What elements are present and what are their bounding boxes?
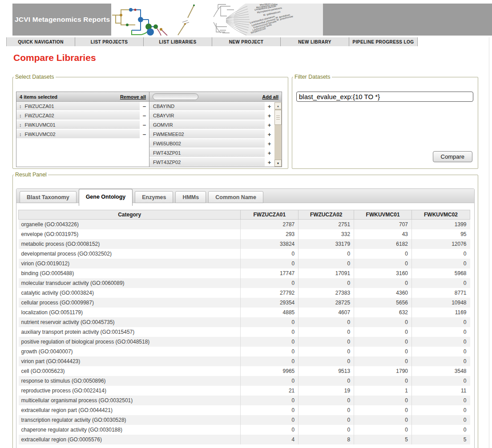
- dataset-name: CBAYVIR: [153, 113, 174, 118]
- add-dataset-icon[interactable]: +: [265, 120, 274, 130]
- available-datasets-list: Add all CBAYIND+CBAYVIR+GOMVIR+FWMEMEE02…: [149, 92, 282, 167]
- filter-query-input[interactable]: [296, 92, 473, 102]
- tab-gene-ontology[interactable]: Gene Ontology: [79, 189, 133, 206]
- value-cell: 0: [241, 347, 298, 356]
- selected-list-header: 4 items selected Remove all: [16, 92, 149, 102]
- table-row: extracellular region (GO:0005576)4855: [19, 435, 470, 444]
- available-dataset-row: GOMVIR+: [149, 120, 274, 130]
- value-cell: 29354: [241, 298, 298, 308]
- add-all-link[interactable]: Add all: [262, 94, 278, 100]
- drag-handle-icon[interactable]: ↕: [19, 132, 22, 137]
- available-dataset-stripe: FW65UB002: [149, 139, 265, 148]
- phylogenetic-tree-image: Mycoplasma pulmonisMycoplasma mobileUrea…: [111, 4, 323, 36]
- value-cell: 21: [241, 386, 298, 396]
- value-cell: 0: [298, 415, 354, 425]
- dataset-search-input[interactable]: [153, 93, 198, 100]
- category-cell: localization (GO:0051179): [19, 308, 241, 317]
- value-cell: 0: [354, 278, 412, 288]
- value-cell: 0: [412, 278, 470, 288]
- add-dataset-icon[interactable]: +: [265, 111, 274, 120]
- drag-handle-icon[interactable]: ↕: [19, 122, 22, 128]
- compare-button[interactable]: Compare: [433, 151, 472, 162]
- selected-rows: ↕FWZUCZA01−↕FWZUCZA02−↕FWKUVMC01−↕FWKUVM…: [16, 102, 149, 139]
- column-header-fwkuvmc01: FWKUVMC01: [354, 210, 412, 220]
- value-cell: 0: [298, 278, 354, 288]
- value-cell: 0: [241, 415, 298, 425]
- table-row: growth (GO:0040007)0000: [19, 347, 470, 356]
- value-cell: 0: [241, 327, 298, 337]
- value-cell: 2751: [298, 220, 354, 230]
- result-panel: Blast TaxonomyGene OntologyEnzymesHMMsCo…: [16, 188, 475, 448]
- category-cell: extracellular region (GO:0005576): [19, 435, 241, 444]
- go-table-head: CategoryFWZUCZA01FWZUCZA02FWKUVMC01FWKUV…: [19, 210, 470, 220]
- add-dataset-icon[interactable]: +: [265, 130, 274, 139]
- category-cell: extracellular region part (GO:0044421): [19, 405, 241, 415]
- value-cell: 9965: [241, 366, 298, 376]
- remove-dataset-icon[interactable]: −: [140, 120, 149, 130]
- value-cell: 0: [298, 249, 354, 259]
- remove-dataset-icon[interactable]: −: [140, 102, 149, 111]
- value-cell: 8771: [412, 288, 470, 298]
- column-header-category: Category: [19, 210, 241, 220]
- add-dataset-icon[interactable]: +: [265, 139, 274, 148]
- value-cell: 0: [241, 259, 298, 268]
- add-dataset-icon[interactable]: +: [265, 148, 274, 158]
- add-dataset-icon[interactable]: +: [265, 102, 274, 111]
- value-cell: 0: [412, 249, 470, 259]
- category-cell: chaperone regulator activity (GO:0030188…: [19, 425, 241, 435]
- dataset-name: FWKUVMC02: [25, 132, 56, 137]
- remove-dataset-icon[interactable]: −: [140, 130, 149, 139]
- drag-handle-icon[interactable]: ↕: [19, 104, 22, 109]
- value-cell: 0: [354, 249, 412, 259]
- dataset-name: FWT43ZP02: [153, 160, 181, 165]
- category-cell: organelle (GO:0043226): [19, 220, 241, 230]
- value-cell: 4: [241, 435, 298, 444]
- value-cell: 0: [412, 327, 470, 337]
- nav-tab-new-project[interactable]: NEW PROJECT: [212, 37, 281, 46]
- value-cell: 5656: [354, 298, 412, 308]
- category-cell: cell (GO:0005623): [19, 366, 241, 376]
- value-cell: 17747: [241, 268, 298, 278]
- nav-tab-list-libraries[interactable]: LIST LIBRARIES: [144, 37, 212, 46]
- tab-hmms[interactable]: HMMs: [175, 191, 206, 203]
- available-dataset-stripe: FWT43ZP02: [149, 158, 265, 167]
- category-cell: response to stimulus (GO:0050896): [19, 376, 241, 386]
- value-cell: 12076: [412, 239, 470, 249]
- tab-blast-taxonomy[interactable]: Blast Taxonomy: [20, 191, 77, 203]
- selected-dataset-stripe: ↕FWZUCZA02: [16, 111, 140, 120]
- nav-tab-pipeline-progress-log[interactable]: PIPELINE PROGRESS LOG: [349, 37, 418, 46]
- remove-all-link[interactable]: Remove all: [120, 94, 146, 100]
- value-cell: 0: [241, 376, 298, 386]
- tab-common-name[interactable]: Common Name: [208, 191, 263, 203]
- value-cell: 3548: [412, 366, 470, 376]
- category-cell: developmental process (GO:0032502): [19, 249, 241, 259]
- drag-handle-icon[interactable]: ↕: [19, 113, 22, 118]
- category-cell: transcription regulator activity (GO:003…: [19, 415, 241, 425]
- value-cell: 5968: [412, 268, 470, 278]
- nav-tab-list-projects[interactable]: LIST PROJECTS: [75, 37, 144, 46]
- value-cell: 0: [298, 405, 354, 415]
- value-cell: 0: [412, 259, 470, 268]
- nav-tab-new-library[interactable]: NEW LIBRARY: [281, 37, 349, 46]
- tab-enzymes[interactable]: Enzymes: [135, 191, 173, 203]
- value-cell: 4607: [298, 308, 354, 317]
- scrollbar-thumb[interactable]: [274, 110, 282, 125]
- scroll-down-icon[interactable]: ▼: [274, 160, 282, 167]
- dataset-name: CBAYIND: [153, 104, 174, 109]
- nav-tab-quick-navigation[interactable]: QUICK NAVIGATION: [7, 37, 75, 46]
- list-scrollbar[interactable]: ▲ ▼: [274, 102, 282, 167]
- go-table: CategoryFWZUCZA01FWZUCZA02FWKUVMC01FWKUV…: [18, 210, 470, 444]
- available-dataset-stripe: GOMVIR: [149, 120, 265, 130]
- select-datasets-fieldset: Select Datasets 4 items selected Remove …: [12, 74, 288, 169]
- scroll-up-icon[interactable]: ▲: [274, 102, 282, 109]
- dataset-name: GOMVIR: [153, 122, 173, 128]
- value-cell: 2787: [241, 220, 298, 230]
- available-dataset-stripe: FWT43ZP01: [149, 148, 265, 158]
- category-cell: virion part (GO:0044423): [19, 356, 241, 366]
- value-cell: 707: [354, 220, 412, 230]
- available-dataset-row: FWMEMEE02+: [149, 130, 274, 139]
- remove-dataset-icon[interactable]: −: [140, 111, 149, 120]
- table-row: organelle (GO:0043226)278727517071399: [19, 220, 470, 230]
- value-cell: 0: [298, 337, 354, 347]
- add-dataset-icon[interactable]: +: [265, 158, 274, 167]
